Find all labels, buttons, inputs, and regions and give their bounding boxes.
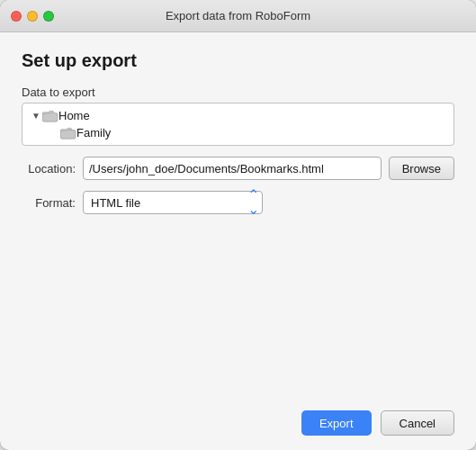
format-label: Format:: [22, 196, 76, 210]
format-row: Format: HTML file CSV file JSON file ⌃⌄: [22, 191, 454, 214]
maximize-button[interactable]: [43, 11, 54, 22]
traffic-lights: [11, 11, 54, 22]
app-window: Export data from RoboForm Set up export …: [0, 0, 476, 450]
folder-icon-home: [42, 110, 58, 122]
data-to-export-section: Data to export ▼ Home ►: [22, 86, 454, 146]
tree-item-home[interactable]: ▼ Home: [22, 107, 454, 124]
chevron-down-icon: ▼: [30, 110, 42, 122]
format-select[interactable]: HTML file CSV file JSON file: [83, 191, 263, 214]
titlebar: Export data from RoboForm: [0, 0, 476, 32]
location-row: Location: Browse: [22, 157, 454, 180]
folder-tree[interactable]: ▼ Home ► Family: [22, 103, 454, 146]
tree-item-home-label: Home: [58, 109, 90, 122]
window-title: Export data from RoboForm: [166, 9, 310, 22]
close-button[interactable]: [11, 11, 22, 22]
main-content: Set up export Data to export ▼ Home: [0, 32, 476, 401]
data-to-export-label: Data to export: [22, 86, 454, 99]
svg-rect-2: [60, 130, 76, 139]
minimize-button[interactable]: [27, 11, 38, 22]
tree-item-family-label: Family: [76, 126, 111, 140]
bottom-bar: Export Cancel: [0, 401, 476, 450]
format-select-container: HTML file CSV file JSON file ⌃⌄: [83, 191, 263, 214]
page-title: Set up export: [22, 50, 454, 71]
folder-icon-family: [60, 127, 76, 140]
export-button[interactable]: Export: [301, 410, 372, 436]
spacer-icon: ►: [48, 127, 60, 140]
location-label: Location:: [22, 162, 76, 176]
location-input[interactable]: [83, 157, 382, 180]
tree-item-family[interactable]: ► Family: [22, 124, 454, 141]
browse-button[interactable]: Browse: [389, 157, 454, 180]
cancel-button[interactable]: Cancel: [381, 410, 454, 436]
